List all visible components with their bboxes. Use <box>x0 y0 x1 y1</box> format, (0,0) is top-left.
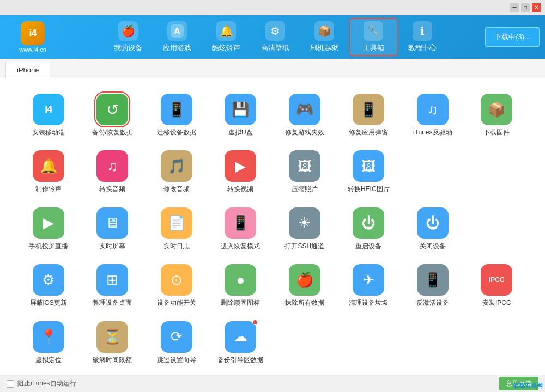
tool-item-compress-photo[interactable]: 🖼 压缩照片 <box>272 146 337 197</box>
logo-area: i4 www.i4.cn <box>5 21 60 53</box>
tool-item-organize-desktop[interactable]: ⊞ 整理设备桌面 <box>81 260 145 311</box>
organize-desktop-icon: ⊞ <box>96 264 128 296</box>
shutdown-device-label: 关闭设备 <box>420 242 446 250</box>
tool-item-restart-device[interactable]: ⏻ 重启设备 <box>337 203 401 254</box>
tool-item-migrate-data[interactable]: 📱 迁移设备数据 <box>144 89 209 140</box>
itunes-autorun-checkbox[interactable] <box>7 380 14 388</box>
tool-item-virtual-location[interactable]: 📍 虚拟定位 <box>16 317 81 368</box>
tool-item-convert-heic[interactable]: 🖼 转换HEIC图片 <box>337 146 401 197</box>
restart-device-icon: ⏻ <box>353 207 384 239</box>
tool-item-edit-audio[interactable]: 🎵 修改音频 <box>144 146 209 197</box>
nav-app-games-icon: A <box>167 21 187 41</box>
backup-guide-icon: ☁ <box>225 321 256 353</box>
status-left: 阻止iTunes自动运行 <box>7 379 76 388</box>
nav-wallpaper-icon: ⚙ <box>265 21 285 41</box>
badge-indicator <box>252 320 258 325</box>
convert-audio-icon: ♫ <box>96 150 128 182</box>
minimize-button[interactable]: ─ <box>510 3 519 12</box>
nav-ringtones[interactable]: 🔔 酷炫铃声 <box>202 18 251 56</box>
ssh-tunnel-label: 打开SSH通道 <box>284 242 324 250</box>
tool-item-make-ringtone[interactable]: 🔔 制作铃声 <box>16 146 81 197</box>
tool-item-convert-video[interactable]: ▶ 转换视频 <box>209 146 273 197</box>
maximize-button[interactable]: □ <box>521 3 530 12</box>
itunes-autorun-label: 阻止iTunes自动运行 <box>17 379 76 388</box>
status-bar: 阻止iTunes自动运行 意见反馈 <box>0 375 545 392</box>
organize-desktop-label: 整理设备桌面 <box>93 299 132 307</box>
tool-item-skip-setup[interactable]: ⟳ 跳过设置向导 <box>144 317 209 368</box>
convert-heic-label: 转换HEIC图片 <box>348 185 390 193</box>
watermark: 蓝莓安卓网 <box>513 382 543 390</box>
logo-icon: i4 <box>21 21 45 45</box>
nav-app-games-label: 应用游戏 <box>163 43 191 53</box>
ssh-tunnel-icon: ☀ <box>289 207 320 239</box>
tool-item-device-func-switch[interactable]: ⊙ 设备功能开关 <box>144 260 209 311</box>
nav-toolbox-icon: 🔧 <box>364 21 383 41</box>
compress-photo-label: 压缩照片 <box>292 185 318 193</box>
deactivate-device-label: 反激活设备 <box>416 299 449 307</box>
download-firmware-icon: 📦 <box>481 94 512 125</box>
nav-tutorial[interactable]: ℹ 教程中心 <box>398 18 447 56</box>
tool-item-realtime-screen[interactable]: 🖥 实时屏幕 <box>81 203 145 254</box>
main-content: i4 安装移动端 ↺ 备份/恢复数据 📱 迁移设备数据 💾 虚拟U盘 <box>0 78 545 375</box>
nav-jailbreak-label: 刷机越狱 <box>310 43 338 53</box>
tool-item-realtime-log[interactable]: 📄 实时日志 <box>144 203 209 254</box>
tool-item-virtual-udisk[interactable]: 💾 虚拟U盘 <box>209 89 273 140</box>
tool-item-install-ipcc[interactable]: IPCC 安装IPCC <box>465 260 529 311</box>
close-button[interactable]: ✕ <box>532 3 541 12</box>
virtual-udisk-label: 虚拟U盘 <box>228 128 253 136</box>
nav-jailbreak[interactable]: 📦 刷机越狱 <box>300 18 349 56</box>
nav-wallpaper[interactable]: ⚙ 高清壁纸 <box>251 18 300 56</box>
tool-item-shutdown-device[interactable]: ⏻ 关闭设备 <box>401 203 465 254</box>
tool-item-block-ios-update[interactable]: ⚙ 屏蔽iOS更新 <box>16 260 81 311</box>
tool-item-deactivate-device[interactable]: 📱 反激活设备 <box>401 260 465 311</box>
nav-app-games[interactable]: A 应用游戏 <box>153 18 202 56</box>
tool-item-itunes-driver[interactable]: ♫ iTunes及驱动 <box>401 89 465 140</box>
tool-item-recovery-mode[interactable]: 📱 进入恢复模式 <box>209 203 273 254</box>
fix-game-label: 修复游戏失效 <box>285 128 324 136</box>
backup-restore-label: 备份/恢复数据 <box>92 128 133 136</box>
virtual-location-icon: 📍 <box>33 321 64 353</box>
nav-toolbox[interactable]: 🔧 工具箱 <box>349 18 398 56</box>
tool-item-download-firmware[interactable]: 📦 下载固件 <box>465 89 529 140</box>
install-ipcc-label: 安装IPCC <box>482 299 511 307</box>
realtime-screen-icon: 🖥 <box>96 207 128 239</box>
make-ringtone-icon: 🔔 <box>33 150 64 182</box>
tab-iphone[interactable]: iPhone <box>5 62 50 78</box>
nav-ringtones-label: 酷炫铃声 <box>212 43 240 53</box>
tool-item-backup-restore[interactable]: ↺ 备份/恢复数据 <box>81 89 145 140</box>
tool-item-delete-stubborn-icon[interactable]: ● 删除顽固图标 <box>209 260 273 311</box>
restart-device-label: 重启设备 <box>355 242 382 250</box>
backup-restore-icon: ↺ <box>96 94 128 125</box>
tool-item-screen-cast[interactable]: ▶ 手机投屏直播 <box>16 203 81 254</box>
nav-jailbreak-icon: 📦 <box>314 21 334 41</box>
convert-video-label: 转换视频 <box>227 185 253 193</box>
tool-item-clean-junk[interactable]: ✈ 清理设备垃圾 <box>337 260 401 311</box>
tool-item-convert-audio[interactable]: ♫ 转换音频 <box>81 146 145 197</box>
nav-ringtones-icon: 🔔 <box>216 21 236 41</box>
delete-stubborn-icon-icon: ● <box>225 264 256 296</box>
screen-cast-icon: ▶ <box>33 207 64 239</box>
tool-item-fix-game[interactable]: 🎮 修复游戏失效 <box>272 89 337 140</box>
virtual-location-label: 虚拟定位 <box>35 356 62 364</box>
nav-my-device[interactable]: 🍎 我的设备 <box>104 18 153 56</box>
itunes-driver-label: iTunes及驱动 <box>413 128 452 136</box>
tool-item-ssh-tunnel[interactable]: ☀ 打开SSH通道 <box>272 203 337 254</box>
realtime-screen-label: 实时屏幕 <box>99 242 125 250</box>
fix-popup-icon: 📱 <box>353 94 384 125</box>
window-controls[interactable]: ─ □ ✕ <box>510 3 541 12</box>
tool-item-backup-guide[interactable]: ☁ 备份引导区数据 <box>209 317 273 368</box>
screen-cast-label: 手机投屏直播 <box>29 242 68 250</box>
tab-bar: iPhone <box>0 59 545 78</box>
tool-item-install-app[interactable]: i4 安装移动端 <box>16 89 81 140</box>
tool-item-fix-popup[interactable]: 📱 修复应用弹窗 <box>337 89 401 140</box>
nav-my-device-icon: 🍎 <box>118 21 138 41</box>
nav-bar: 🍎 我的设备 A 应用游戏 🔔 酷炫铃声 ⚙ 高清壁纸 📦 刷机越狱 🔧 工具箱… <box>65 18 485 56</box>
empty-slot <box>401 146 465 197</box>
realtime-log-label: 实时日志 <box>164 242 190 250</box>
tool-item-erase-all-data[interactable]: 🍎 抹除所有数据 <box>272 260 337 311</box>
tool-item-break-time-limit[interactable]: ⏳ 破解时间限额 <box>81 317 145 368</box>
migrate-data-label: 迁移设备数据 <box>157 128 196 136</box>
download-button[interactable]: 下载中(3)... <box>485 27 540 47</box>
backup-guide-label: 备份引导区数据 <box>217 356 263 364</box>
nav-my-device-label: 我的设备 <box>114 43 142 53</box>
